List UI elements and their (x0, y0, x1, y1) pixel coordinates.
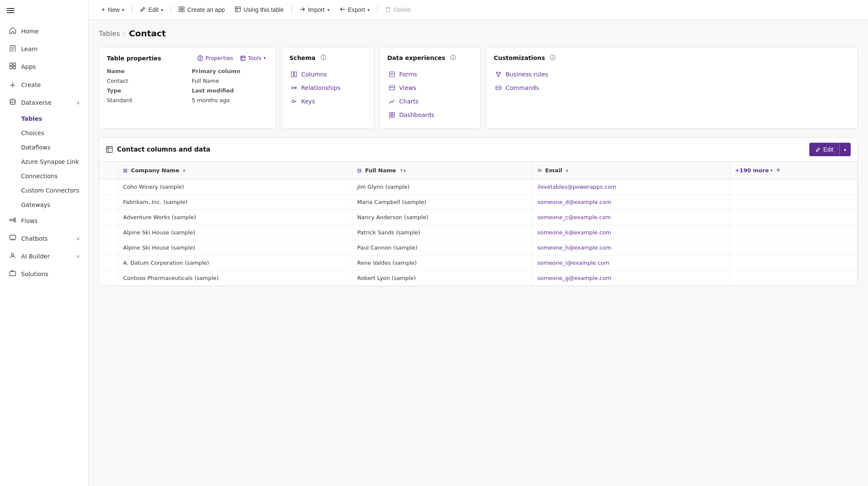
data-exp-views-link[interactable]: Views (387, 81, 473, 95)
breadcrumb-tables-link[interactable]: Tables (99, 30, 120, 38)
customizations-header: Customizations ⓘ (494, 54, 850, 62)
customizations-card: Customizations ⓘ Business rules Commands (486, 47, 858, 129)
sidebar-item-create[interactable]: + Create (2, 76, 87, 93)
table-row: Contoso Pharmaceuticals (sample) Robert … (99, 271, 857, 286)
data-table-section: Contact columns and data Edit ▾ (99, 137, 858, 286)
company-sort-icon[interactable]: ▾ (183, 168, 185, 174)
new-label: New (108, 6, 120, 13)
import-button[interactable]: Import ▾ (295, 4, 334, 16)
create-app-button[interactable]: Create an app (174, 4, 229, 16)
using-table-button[interactable]: Using this table (231, 4, 288, 16)
svg-rect-15 (10, 235, 16, 239)
fullname-col-icon: ⊟ (357, 168, 362, 174)
customizations-info-icon: ⓘ (550, 54, 555, 62)
svg-point-13 (14, 218, 16, 220)
solutions-icon (8, 270, 17, 278)
sidebar-item-custom-connectors[interactable]: Custom Connectors (2, 184, 87, 197)
content-area: Tables › Contact Table properties Proper… (89, 20, 868, 486)
toolbar-divider-1 (132, 5, 132, 14)
custom-commands-link[interactable]: Commands (494, 81, 850, 95)
add-column-button[interactable]: + (774, 166, 782, 175)
prop-primary-col-value: Full Name (192, 78, 268, 84)
commands-icon (495, 85, 501, 91)
export-button[interactable]: Export ▾ (335, 4, 374, 16)
sidebar-item-dataflows[interactable]: Dataflows (2, 141, 87, 154)
edit-button[interactable]: Edit ▾ (136, 4, 167, 16)
table-icon (106, 146, 113, 153)
company-cell: Alpine Ski House (sample) (118, 225, 352, 240)
hamburger-button[interactable] (0, 0, 88, 22)
schema-columns-link[interactable]: Columns (289, 68, 366, 81)
company-cell: Coho Winery (sample) (118, 179, 352, 195)
schema-keys-label: Keys (301, 98, 315, 105)
more-columns-header[interactable]: +190 more ▾ + (729, 162, 857, 179)
svg-rect-19 (182, 7, 184, 9)
svg-rect-37 (389, 72, 395, 77)
email-sort-icon[interactable]: ▾ (566, 168, 568, 174)
more-cell (729, 255, 857, 271)
edit-chevron-icon: ▾ (844, 147, 846, 152)
data-table-section-header: Contact columns and data Edit ▾ (99, 138, 857, 162)
toolbar-divider-2 (171, 5, 171, 14)
sidebar-item-chatbots[interactable]: Chatbots ∨ (2, 230, 87, 247)
sidebar-item-tables[interactable]: Tables (2, 112, 87, 125)
sidebar-item-choices[interactable]: Choices (2, 126, 87, 140)
sidebar-item-flows[interactable]: Flows (2, 212, 87, 229)
table-properties-grid: Name Primary column Contact Full Name Ty… (107, 68, 268, 103)
schema-columns-label: Columns (301, 71, 327, 78)
email-header[interactable]: ✉ Email ▾ (532, 162, 730, 179)
more-cell (729, 271, 857, 286)
svg-rect-43 (392, 112, 395, 114)
sidebar-item-custom-connectors-label: Custom Connectors (21, 187, 79, 194)
create-icon: + (8, 80, 17, 89)
import-icon (299, 6, 305, 14)
sidebar-item-home[interactable]: Home (2, 23, 87, 40)
data-exp-charts-link[interactable]: Charts (387, 95, 473, 108)
custom-business-rules-link[interactable]: Business rules (494, 68, 850, 81)
views-icon (389, 85, 395, 91)
data-exp-dashboards-link[interactable]: Dashboards (387, 108, 473, 122)
data-exp-forms-link[interactable]: Forms (387, 68, 473, 81)
edit-primary-button[interactable]: Edit (809, 143, 839, 156)
sidebar-item-solutions[interactable]: Solutions (2, 266, 87, 282)
business-rules-icon (495, 71, 501, 77)
edit-chevron-button[interactable]: ▾ (839, 143, 851, 156)
email-cell: someone_k@example.com (532, 225, 730, 240)
email-cell: someone_g@example.com (532, 271, 730, 286)
svg-point-12 (10, 219, 11, 221)
schema-keys-link[interactable]: Keys (289, 95, 366, 108)
sidebar-item-azure-synapse[interactable]: Azure Synapse Link (2, 155, 87, 168)
delete-button[interactable]: Delete (381, 4, 415, 16)
sidebar-item-azure-synapse-label: Azure Synapse Link (21, 158, 79, 165)
sidebar-item-dataverse[interactable]: Dataverse ∧ (2, 94, 87, 111)
sidebar-item-tables-label: Tables (21, 115, 42, 122)
sidebar-item-apps[interactable]: Apps (2, 58, 87, 75)
checkbox-header (99, 162, 118, 179)
sidebar-item-gateways[interactable]: Gateways (2, 198, 87, 212)
import-label: Import (308, 6, 325, 13)
fullname-cell: Rene Valdes (sample) (352, 255, 532, 271)
breadcrumb-separator: › (123, 30, 126, 37)
sidebar-item-home-label: Home (21, 28, 38, 35)
sidebar-item-connections[interactable]: Connections (2, 169, 87, 183)
schema-relationships-link[interactable]: Relationships (289, 81, 366, 95)
more-cell (729, 195, 857, 210)
company-name-header[interactable]: ⊞ Company Name ▾ (118, 162, 352, 179)
row-checkbox-cell (99, 225, 118, 240)
sidebar: Home Learn Apps + Create Dataverse ∧ Tab… (0, 0, 89, 486)
email-cell: someone_i@example.com (532, 255, 730, 271)
sidebar-item-ai-builder[interactable]: AI Builder ∨ (2, 248, 87, 265)
fullname-cell: Nancy Anderson (sample) (352, 210, 532, 225)
properties-button[interactable]: Properties (195, 54, 236, 62)
tools-button[interactable]: Tools ▾ (237, 54, 268, 62)
row-checkbox-cell (99, 240, 118, 255)
dataverse-icon (8, 98, 17, 107)
edit-label: Edit (148, 6, 158, 13)
new-button[interactable]: + New ▾ (97, 3, 128, 16)
fullname-sort-icon[interactable]: ↑▾ (400, 168, 406, 174)
sidebar-item-learn[interactable]: Learn (2, 41, 87, 57)
delete-label: Delete (394, 6, 411, 13)
properties-label: Properties (205, 55, 233, 61)
edit-button-group: Edit ▾ (809, 143, 851, 156)
full-name-header[interactable]: ⊟ Full Name ↑▾ (352, 162, 532, 179)
